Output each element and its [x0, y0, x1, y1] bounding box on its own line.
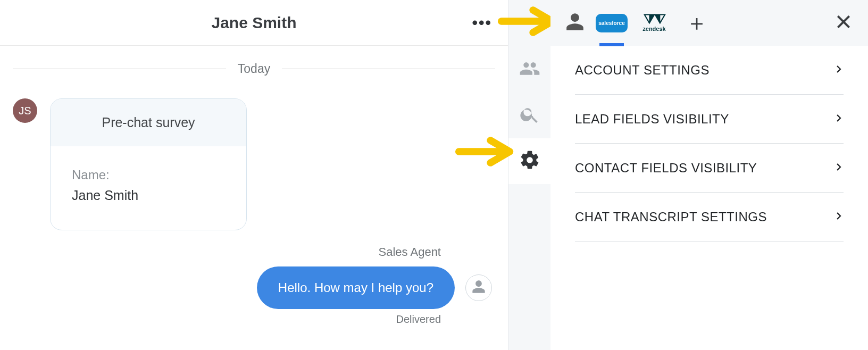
- zendesk-icon: ⧩⧨ zendesk: [642, 14, 665, 32]
- menu-item-label: CHAT TRANSCRIPT SETTINGS: [575, 210, 767, 224]
- sidebar-search-button[interactable]: [508, 93, 551, 138]
- plus-icon: ＋: [686, 8, 708, 38]
- chevron-right-icon: [834, 113, 844, 125]
- settings-menu: ACCOUNT SETTINGS LEAD FIELDS VISIBILITY …: [550, 46, 868, 241]
- search-icon: [519, 104, 540, 127]
- menu-lead-fields-visibility[interactable]: LEAD FIELDS VISIBILITY: [575, 95, 844, 144]
- agent-name: Sales Agent: [379, 245, 441, 259]
- zendesk-tab[interactable]: ⧩⧨ zendesk: [638, 7, 671, 38]
- customer-avatar: JS: [13, 98, 37, 123]
- separator-line: [282, 69, 495, 69]
- people-icon: [519, 58, 540, 81]
- add-integration-button[interactable]: ＋: [680, 7, 713, 38]
- chevron-right-icon: [834, 211, 844, 223]
- chat-body: Today JS Pre-chat survey Name: Jane Smit…: [0, 46, 508, 350]
- day-separator: Today: [13, 62, 495, 76]
- sidebar-people-button[interactable]: [508, 47, 551, 93]
- more-options-button[interactable]: •••: [472, 14, 492, 32]
- survey-name-label: Name:: [72, 168, 225, 182]
- settings-panel: salesforce ⧩⧨ zendesk ＋ ACCOUNT SETTINGS: [550, 0, 868, 350]
- separator-line: [13, 69, 226, 69]
- menu-item-label: LEAD FIELDS VISIBILITY: [575, 112, 729, 127]
- person-icon: [471, 279, 486, 296]
- menu-chat-transcript-settings[interactable]: CHAT TRANSCRIPT SETTINGS: [575, 193, 844, 241]
- sidebar-settings-button[interactable]: [508, 138, 551, 184]
- outgoing-message-row: Sales Agent Hello. How may I help you? D…: [13, 245, 495, 326]
- day-label: Today: [226, 62, 282, 76]
- menu-account-settings[interactable]: ACCOUNT SETTINGS: [575, 46, 844, 95]
- message-status: Delivered: [396, 313, 441, 326]
- survey-body: Name: Jane Smith: [51, 146, 246, 230]
- chat-title: Jane Smith: [211, 14, 296, 32]
- close-icon: [835, 23, 852, 32]
- menu-item-label: ACCOUNT SETTINGS: [575, 63, 710, 78]
- close-panel-button[interactable]: [835, 13, 852, 32]
- integration-sidebar: [508, 0, 550, 350]
- prechat-survey-card: Pre-chat survey Name: Jane Smith: [50, 98, 247, 230]
- menu-contact-fields-visibility[interactable]: CONTACT FIELDS VISIBILITY: [575, 144, 844, 193]
- person-icon: [565, 12, 585, 34]
- zendesk-label: zendesk: [642, 26, 665, 32]
- agent-avatar: [465, 274, 492, 301]
- chat-column: Jane Smith ••• Today JS Pre-chat survey …: [0, 0, 508, 350]
- salesforce-icon: salesforce: [596, 14, 627, 32]
- menu-item-label: CONTACT FIELDS VISIBILITY: [575, 161, 757, 176]
- salesforce-tab[interactable]: salesforce: [595, 7, 628, 38]
- chevron-right-icon: [834, 64, 844, 76]
- incoming-message-row: JS Pre-chat survey Name: Jane Smith: [13, 98, 495, 230]
- chat-header: Jane Smith •••: [0, 0, 508, 46]
- agent-message-bubble: Hello. How may I help you?: [257, 266, 455, 309]
- outgoing-line: Hello. How may I help you?: [257, 266, 492, 309]
- survey-title: Pre-chat survey: [51, 99, 246, 146]
- chevron-right-icon: [834, 162, 844, 174]
- survey-name-value: Jane Smith: [72, 188, 225, 203]
- integration-tab-bar: salesforce ⧩⧨ zendesk ＋: [550, 0, 868, 46]
- profile-tab[interactable]: [564, 12, 586, 34]
- gear-icon: [519, 149, 540, 173]
